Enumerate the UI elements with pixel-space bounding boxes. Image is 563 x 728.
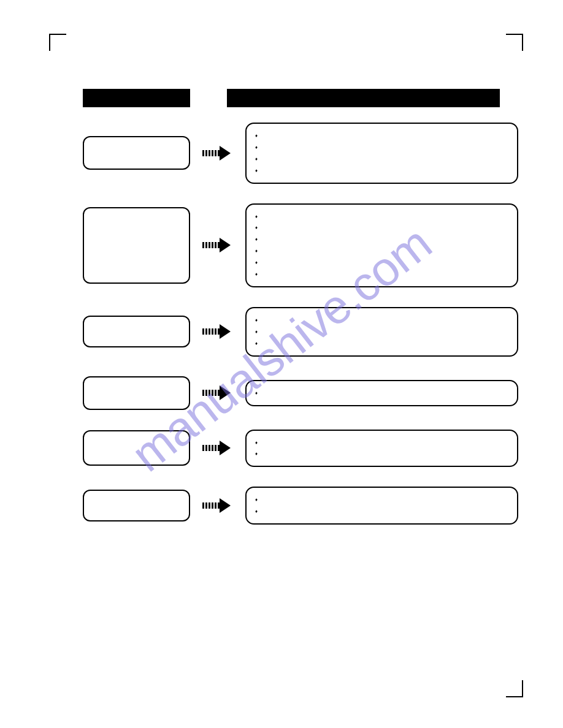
- header-row: [83, 89, 512, 107]
- arrow-icon: [202, 385, 233, 400]
- arrow-icon: [202, 498, 233, 513]
- page-content: [52, 37, 512, 544]
- content-row: [83, 307, 512, 357]
- left-box: [83, 207, 190, 284]
- bullet-item: [255, 142, 508, 153]
- content-row: [83, 123, 512, 184]
- content-row: [83, 487, 512, 525]
- right-box: [245, 487, 518, 525]
- right-box: [245, 123, 518, 184]
- right-box: [245, 430, 518, 468]
- right-box: [245, 380, 518, 406]
- bullet-item: [255, 165, 508, 176]
- content-row: [83, 430, 512, 468]
- bullet-item: [255, 437, 508, 449]
- bullet-item: [255, 326, 508, 338]
- bullet-item: [255, 506, 508, 517]
- bullet-item: [255, 314, 508, 326]
- arrow-icon: [202, 146, 233, 161]
- bullet-item: [255, 211, 508, 222]
- left-box: [83, 136, 190, 170]
- left-box: [83, 376, 190, 410]
- bullet-item: [255, 257, 508, 268]
- left-box: [83, 490, 190, 521]
- bullet-item: [255, 387, 508, 399]
- arrow-icon: [202, 238, 233, 252]
- right-box: [245, 307, 518, 357]
- bullet-item: [255, 222, 508, 233]
- content-row: [83, 203, 512, 287]
- bullet-item: [255, 448, 508, 460]
- left-box: [83, 316, 190, 347]
- bullet-item: [255, 153, 508, 165]
- bullet-item: [255, 494, 508, 506]
- arrow-icon: [202, 441, 233, 455]
- left-box: [83, 430, 190, 466]
- bullet-item: [255, 130, 508, 142]
- right-box: [245, 203, 518, 287]
- header-right-bar: [227, 89, 500, 107]
- rows-container: [83, 123, 512, 525]
- bullet-item: [255, 338, 508, 349]
- header-left-bar: [83, 89, 190, 107]
- content-row: [83, 376, 512, 410]
- bullet-item: [255, 268, 508, 280]
- bullet-item: [255, 233, 508, 245]
- arrow-icon: [202, 324, 233, 339]
- bullet-item: [255, 245, 508, 257]
- crop-mark-bottom-right: [506, 680, 523, 697]
